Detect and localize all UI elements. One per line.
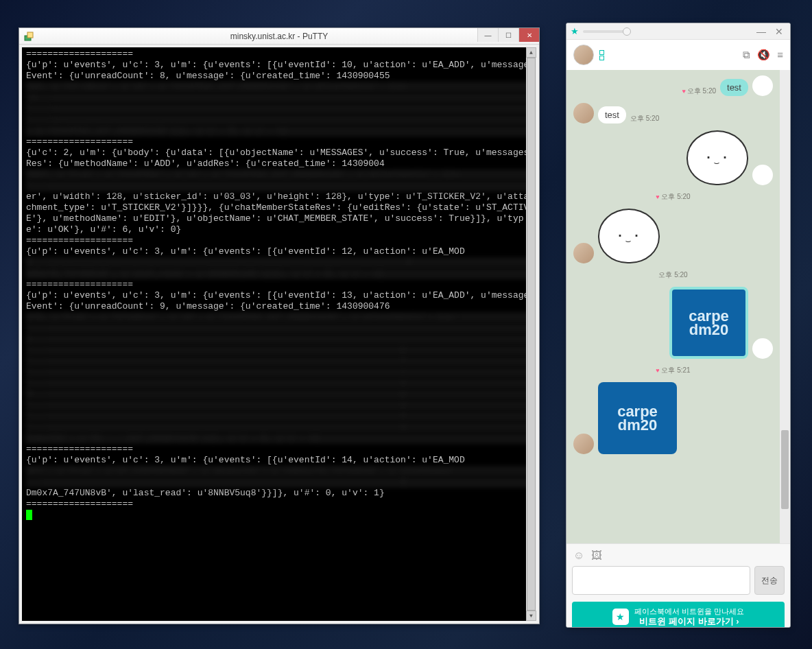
- chat-close-button[interactable]: ✕: [772, 26, 786, 37]
- terminal-line: '... t: [26, 411, 532, 422]
- scroll-thumb[interactable]: [781, 430, 789, 509]
- chat-body: ♥오후 5:20 test test 오후 5:20 ♥ 오후 5:20 오후: [566, 70, 790, 543]
- putty-titlebar[interactable]: minsky.unist.ac.kr - PuTTY — ☐ ✕: [19, 28, 539, 45]
- sticker-mochi[interactable]: [598, 209, 660, 263]
- image-card[interactable]: carpe dm20: [669, 287, 748, 359]
- terminal-line: ====================: [26, 444, 532, 455]
- message-row: carpe dm20: [573, 287, 773, 359]
- timestamp: ♥ 오후 5:21: [573, 366, 773, 375]
- terminal-line: '... /: [26, 367, 532, 378]
- heart-icon: ♥: [682, 88, 685, 95]
- terminal-line: Dm0x7A_747UN8vB', u'last_read': u'8NNB5K…: [26, 268, 532, 279]
- terminal-line: {u'p': u'events', u'c': 3, u'm': {u'even…: [26, 455, 532, 466]
- menu-icon[interactable]: ≡: [777, 49, 783, 61]
- star-icon: ★: [571, 26, 579, 36]
- terminal-line: {u'p': u'events', u'c': 3, u'm': {u'even…: [26, 60, 532, 82]
- terminal-line: '...':: [26, 104, 532, 115]
- putty-window: minsky.unist.ac.kr - PuTTY — ☐ ✕ =======…: [19, 27, 540, 624]
- message-row: test 오후 5:20: [573, 103, 773, 123]
- avatar: [752, 75, 773, 96]
- putty-title: minsky.unist.ac.kr - PuTTY: [19, 32, 539, 41]
- banner-line2: 비트윈 페이지 바로가기 ›: [639, 616, 739, 627]
- copy-icon[interactable]: ⧉: [743, 49, 750, 61]
- terminal-line: 's...: [26, 93, 532, 104]
- minimize-button[interactable]: —: [477, 28, 498, 42]
- chat-window: ★ — ✕ ⧉ 🔇 ≡ ♥오후 5:20 test: [566, 23, 791, 628]
- message-row: carpe dm20: [573, 382, 773, 454]
- chat-titlebar[interactable]: ★ — ✕: [566, 23, 790, 40]
- avatar: [752, 165, 773, 185]
- putty-icon: [23, 31, 34, 42]
- message-row: [573, 209, 773, 263]
- presence-indicator: [599, 50, 604, 60]
- timestamp: ♥오후 5:20: [682, 86, 716, 96]
- scroll-down-icon[interactable]: ▼: [526, 611, 536, 621]
- terminal-line: ... 4: [26, 477, 532, 488]
- terminal-line: '...':: [26, 115, 532, 126]
- message-input[interactable]: [572, 566, 750, 595]
- terminal-line: {u'p': u'events', u'c': 3, u'm': {u'even…: [26, 246, 532, 257]
- timestamp: 오후 5:20: [573, 270, 773, 280]
- image-icon[interactable]: 🖼: [591, 550, 602, 562]
- heart-icon: ♥: [656, 367, 659, 374]
- terminal-line: ====================: [26, 235, 532, 246]
- star-icon: ★: [612, 609, 629, 625]
- terminal-line: : u'7344FM02_227_8NNB5KCK8'}]}, u'#': 0,…: [26, 126, 532, 137]
- banner-line1: 페이스북에서 비트윈을 만나세요: [634, 607, 744, 616]
- terminal-line: '... o: [26, 400, 532, 411]
- avatar: [752, 338, 773, 359]
- slider-knob[interactable]: [623, 27, 631, 36]
- mute-icon[interactable]: 🔇: [757, 49, 770, 61]
- message-row: [573, 130, 773, 185]
- message-bubble[interactable]: test: [720, 79, 748, 96]
- avatar: [573, 434, 594, 454]
- terminal-line: '... n: [26, 378, 532, 389]
- terminal[interactable]: ===================={u'p': u'events', u'…: [22, 47, 536, 621]
- chat-scrollbar[interactable]: [780, 70, 790, 543]
- terminal-line: '...: [26, 180, 532, 191]
- terminal-line: {u'p': u'events', u'c': 3, u'm': {u'even…: [26, 290, 532, 312]
- send-button[interactable]: 전송: [754, 566, 785, 595]
- terminal-line: '... o: [26, 422, 532, 433]
- avatar: [573, 243, 594, 263]
- maximize-button[interactable]: ☐: [498, 28, 518, 42]
- terminal-line: {u'c': 2, u'm': {u'body': {u'data': [{u'…: [26, 148, 532, 169]
- terminal-line: Dm0x7A_747UN8vB', u'last_read': u'8NNBV5…: [26, 488, 532, 499]
- terminal-line: s...: [26, 334, 532, 345]
- close-button[interactable]: ✕: [518, 28, 539, 42]
- avatar[interactable]: [573, 45, 594, 65]
- chat-input-area: ☺ 🖼 전송 ★ 페이스북에서 비트윈을 만나세요 비트윈 페이지 바로가기 ›: [566, 543, 790, 628]
- terminal-line: bjectId': u'fb_..._227_8NNBV32X8'}]}, u'…: [26, 433, 532, 444]
- scroll-thumb[interactable]: [527, 58, 536, 611]
- terminal-line: ====================: [26, 279, 532, 290]
- terminal-cursor: [26, 510, 32, 520]
- timestamp: ♥ 오후 5:20: [573, 192, 773, 202]
- emoji-icon[interactable]: ☺: [573, 550, 584, 562]
- chat-minimize-button[interactable]: —: [754, 26, 768, 37]
- sticker-mochi[interactable]: [686, 130, 748, 185]
- timestamp: 오후 5:20: [630, 114, 659, 123]
- terminal-line: '... 7: [26, 356, 532, 367]
- terminal-line: er', u'width': 128, u'sticker_id': u'03_…: [26, 191, 532, 235]
- svg-rect-1: [27, 32, 33, 38]
- chat-header: ⧉ 🔇 ≡: [566, 40, 790, 70]
- terminal-scrollbar[interactable]: ▲ ▼: [526, 47, 536, 621]
- message-bubble[interactable]: test: [598, 106, 626, 123]
- terminal-line: 275, u'from': u'747oN8v2', u'id': u'7344…: [26, 312, 532, 323]
- terminal-line: ====================: [26, 137, 532, 148]
- opacity-slider[interactable]: [583, 30, 631, 33]
- image-card[interactable]: carpe dm20: [598, 382, 677, 454]
- avatar: [573, 103, 594, 123]
- terminal-line: ====================: [26, 499, 532, 510]
- terminal-line: '... h: [26, 345, 532, 356]
- promo-banner[interactable]: ★ 페이스북에서 비트윈을 만나세요 비트윈 페이지 바로가기 ›: [572, 602, 785, 628]
- heart-icon: ♥: [656, 193, 659, 200]
- message-row: ♥오후 5:20 test: [573, 75, 773, 96]
- terminal-line: IFY', u'from': u'ST_CHATMEMBER', u'objec…: [26, 466, 532, 477]
- terminal-line: 5597, u'from': u'7344FM02', u'id': u'734…: [26, 169, 532, 180]
- terminal-line: '...: [26, 323, 532, 334]
- terminal-line: ====================: [26, 49, 532, 60]
- terminal-line: 522, u'747:N8v2', u'id': u'7344FM02_227_…: [26, 82, 532, 93]
- scroll-up-icon[interactable]: ▲: [526, 47, 536, 58]
- terminal-line: E... 4: [26, 257, 532, 268]
